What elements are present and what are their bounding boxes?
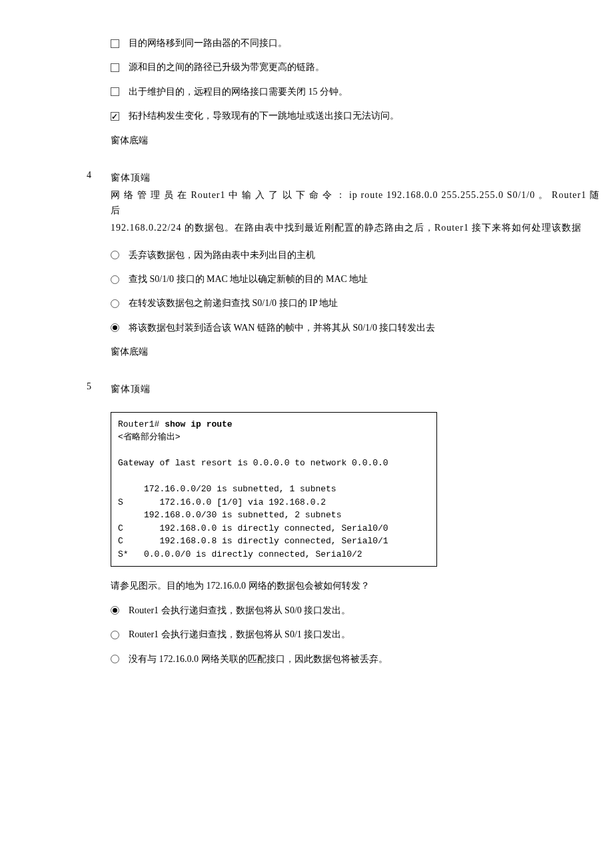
checkbox-icon <box>111 39 119 48</box>
question-number: 5 <box>87 379 111 399</box>
radio-icon <box>111 655 119 663</box>
router-command: show ip route <box>165 419 232 429</box>
form-footer: 窗体底端 <box>111 345 600 359</box>
checkbox-checked-icon <box>111 112 119 121</box>
option-text: Router1 会执行递归查找，数据包将从 S0/0 接口发出。 <box>129 603 350 618</box>
router-prompt: Router1# <box>118 419 165 429</box>
radio-option[interactable]: Router1 会执行递归查找，数据包将从 S0/0 接口发出。 <box>111 603 600 618</box>
option-text: 丢弃该数据包，因为路由表中未列出目的主机 <box>129 248 315 263</box>
radio-option[interactable]: 丢弃该数据包，因为路由表中未列出目的主机 <box>111 248 600 263</box>
router-output-box: Router1# show ip route <省略部分输出> Gateway … <box>111 412 437 567</box>
radio-option[interactable]: 没有与 172.16.0.0 网络关联的匹配接口，因此数据包将被丢弃。 <box>111 652 600 667</box>
question-5: 5 窗体顶端 <box>87 379 600 399</box>
checkbox-icon <box>111 87 119 96</box>
radio-checked-icon <box>111 606 119 615</box>
checkbox-icon <box>111 63 119 72</box>
radio-icon <box>111 631 119 639</box>
form-header: 窗体顶端 <box>111 171 600 185</box>
router-output: <省略部分输出> Gateway of last resort is 0.0.0… <box>118 432 388 559</box>
checkbox-option[interactable]: 目的网络移到同一路由器的不同接口。 <box>111 36 600 51</box>
checkbox-option[interactable]: 出于维护目的，远程目的网络接口需要关闭 15 分钟。 <box>111 85 600 99</box>
option-text: 拓扑结构发生变化，导致现有的下一跳地址或送出接口无法访问。 <box>129 109 399 123</box>
form-header: 窗体顶端 <box>111 382 600 397</box>
option-text: 查找 S0/1/0 接口的 MAC 地址以确定新帧的目的 MAC 地址 <box>129 272 368 287</box>
checkbox-option[interactable]: 源和目的之间的路径已升级为带宽更高的链路。 <box>111 60 600 75</box>
checkbox-option[interactable]: 拓扑结构发生变化，导致现有的下一跳地址或送出接口无法访问。 <box>111 109 600 123</box>
radio-checked-icon <box>111 323 119 332</box>
radio-option[interactable]: 查找 S0/1/0 接口的 MAC 地址以确定新帧的目的 MAC 地址 <box>111 272 600 287</box>
option-text: 在转发该数据包之前递归查找 S0/1/0 接口的 IP 地址 <box>129 296 338 311</box>
option-text: 源和目的之间的路径已升级为带宽更高的链路。 <box>129 60 324 75</box>
radio-option[interactable]: 在转发该数据包之前递归查找 S0/1/0 接口的 IP 地址 <box>111 296 600 311</box>
question-text: 192.168.0.22/24 的数据包。在路由表中找到最近刚配置的静态路由之后… <box>111 221 600 235</box>
option-text: 出于维护目的，远程目的网络接口需要关闭 15 分钟。 <box>129 85 348 99</box>
question-4-options: 丢弃该数据包，因为路由表中未列出目的主机 查找 S0/1/0 接口的 MAC 地… <box>87 248 600 360</box>
option-text: Router1 会执行递归查找，数据包将从 S0/1 接口发出。 <box>129 627 350 642</box>
radio-icon <box>111 251 119 259</box>
question-5-options: Router1 会执行递归查找，数据包将从 S0/0 接口发出。 Router1… <box>87 603 600 667</box>
question-text: 网 络 管 理 员 在 Router1 中 输 入 了 以 下 命 令 ： ip… <box>111 188 600 218</box>
option-text: 没有与 172.16.0.0 网络关联的匹配接口，因此数据包将被丢弃。 <box>129 652 388 667</box>
radio-option[interactable]: 将该数据包封装到适合该 WAN 链路的帧中，并将其从 S0/1/0 接口转发出去 <box>111 321 600 335</box>
form-footer: 窗体底端 <box>111 133 600 148</box>
question-4: 4 窗体顶端 网 络 管 理 员 在 Router1 中 输 入 了 以 下 命… <box>87 168 600 239</box>
question-text: 请参见图示。目的地为 172.16.0.0 网络的数据包会被如何转发？ <box>111 579 600 593</box>
radio-option[interactable]: Router1 会执行递归查找，数据包将从 S0/1 接口发出。 <box>111 627 600 642</box>
question-3-options: 目的网络移到同一路由器的不同接口。 源和目的之间的路径已升级为带宽更高的链路。 … <box>87 36 600 148</box>
question-number: 4 <box>87 168 111 239</box>
radio-icon <box>111 275 119 284</box>
radio-icon <box>111 299 119 308</box>
option-text: 目的网络移到同一路由器的不同接口。 <box>129 36 287 51</box>
option-text: 将该数据包封装到适合该 WAN 链路的帧中，并将其从 S0/1/0 接口转发出去 <box>129 321 435 335</box>
